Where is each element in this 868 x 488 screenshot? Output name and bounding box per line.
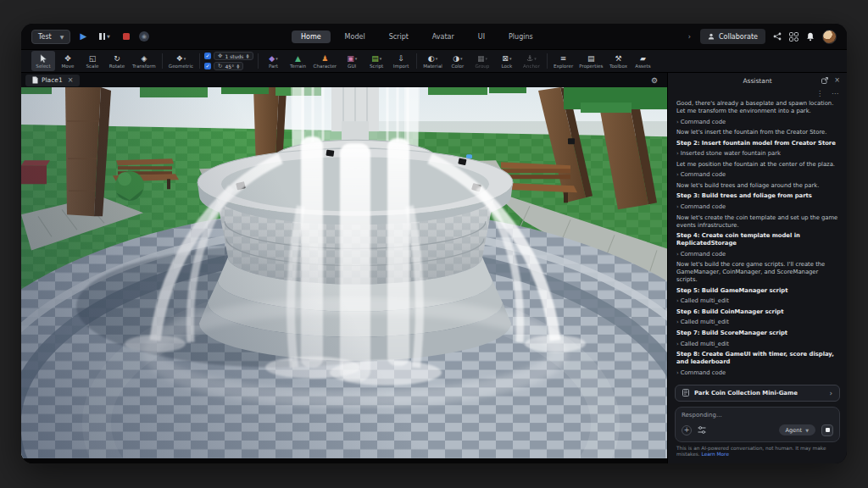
artifact-card-mini-game[interactable]: Park Coin Collection Mini-Game › [675, 385, 840, 402]
chevron-down-icon: ▾ [460, 56, 463, 61]
playback-extra-button[interactable]: ◉ [139, 31, 149, 42]
view-tools-group: ≡ ▾ Explorer ▤ ▾ Properties ⚒ [548, 50, 659, 72]
ribbon-tool[interactable]: ◆ ▾ Part [262, 51, 286, 71]
expand-chevron-icon[interactable]: › [676, 341, 679, 347]
assistant-message: ›Called multi_edit [676, 297, 838, 305]
rotate-snap-field[interactable]: ↻ 45° ▲▼ [214, 62, 243, 70]
ribbon-tab[interactable]: Avatar [423, 30, 464, 43]
top-bar: Test ▼ ▶ ▼ ◉ Home Model Script Avatar UI… [21, 24, 847, 49]
move-snap-checkbox[interactable]: ✓ [204, 53, 211, 59]
tab-overflow-chevron-icon[interactable]: › [685, 33, 694, 41]
pause-icon [99, 33, 105, 40]
assistant-message: ›Step 6: Build CoinManager script [676, 308, 838, 316]
play-button[interactable]: ▶ [76, 30, 90, 43]
expand-chevron-icon[interactable]: › [676, 171, 679, 178]
close-icon[interactable]: × [68, 76, 74, 84]
expand-chevron-icon[interactable]: › [676, 319, 679, 325]
ribbon-tool[interactable]: ▣ ▾ GUI [340, 51, 364, 71]
expand-chevron-icon[interactable]: › [676, 203, 679, 210]
notifications-button[interactable] [806, 32, 815, 42]
import-icon: ⇩ [398, 54, 404, 63]
move-icon: ✥ [218, 53, 222, 59]
test-mode-label: Test [38, 33, 52, 41]
ribbon-tool[interactable]: ⊠ ▾ Lock [495, 51, 519, 71]
kebab-menu-icon[interactable]: ⋮ [816, 90, 823, 97]
user-avatar[interactable] [822, 30, 837, 44]
lock-icon: ⊠ [502, 54, 509, 63]
document-tab-label: Place1 [42, 76, 63, 84]
assistant-message: ›Now let's create the coin template and … [676, 214, 838, 230]
ribbon-tab[interactable]: Home [292, 30, 331, 43]
move-snap-field[interactable]: ✥ 1 studs ▲▼ [214, 52, 253, 60]
test-mode-dropdown[interactable]: Test ▼ [31, 30, 70, 44]
agent-mode-dropdown[interactable]: Agent ▼ [779, 424, 815, 435]
stepper-arrows-icon[interactable]: ▲▼ [236, 64, 239, 69]
expand-chevron-icon[interactable]: › [676, 251, 679, 258]
chevron-down-icon: ▾ [275, 56, 278, 61]
expand-chevron-icon[interactable]: › [676, 369, 679, 376]
ribbon-tool[interactable]: ◈ ▾ Transform [130, 51, 159, 71]
attach-plus-button[interactable]: + [682, 425, 692, 435]
assistant-message: ›Step 2: Insert fountain model from Crea… [676, 140, 838, 147]
ribbon-tool[interactable]: ▤ ▾ Properties [576, 51, 605, 71]
chevron-down-icon: ▾ [355, 56, 358, 61]
share-button[interactable] [773, 32, 782, 41]
more-options-icon[interactable]: ⋯ [832, 90, 838, 97]
expand-chevron-icon[interactable]: › [676, 119, 679, 125]
rotate-snap-checkbox[interactable]: ✓ [204, 63, 211, 69]
pop-out-icon[interactable] [821, 77, 828, 84]
geometric-tool-group: ❖ ▾ Geometric [163, 50, 199, 72]
collaborate-button[interactable]: Collaborate [700, 29, 765, 44]
expand-chevron-icon[interactable]: › [676, 150, 679, 157]
assistant-toggle-button[interactable] [789, 32, 798, 42]
assistant-message: ›Now let's insert the fountain from the … [676, 129, 838, 136]
ribbon-tool[interactable]: ✥ ▾ Move [56, 51, 80, 71]
ribbon-tool[interactable]: ❖ ▾ Geometric [166, 51, 196, 71]
stop-button[interactable] [120, 30, 133, 43]
ribbon-tab-bar: Home Model Script Avatar UI Plugins [155, 30, 679, 43]
stepper-arrows-icon[interactable]: ▲▼ [246, 53, 248, 58]
ribbon-tool[interactable]: ⚓ ▾ Anchor [520, 51, 543, 71]
close-icon[interactable]: × [834, 77, 840, 84]
ribbon-tool[interactable]: ♟ ▾ Character [311, 51, 340, 71]
scene-graphic [21, 87, 667, 458]
transform-tools-group: ▾ Select ✥ ▾ Move ◱ ▾ [28, 50, 162, 72]
rotate-icon: ↻ [114, 54, 120, 63]
collaborate-label: Collaborate [719, 33, 758, 41]
pause-button[interactable]: ▼ [96, 30, 114, 43]
ribbon-tool[interactable]: ▰ ▾ Assets [631, 51, 654, 71]
chevron-down-icon: ▾ [380, 56, 382, 61]
select-cursor-icon [40, 54, 47, 63]
ribbon-tool[interactable]: ◑ ▾ Color [446, 51, 470, 71]
ribbon-tool[interactable]: ▾ Select [31, 51, 55, 71]
expand-chevron-icon[interactable]: › [676, 297, 679, 304]
ribbon-tab[interactable]: Model [336, 30, 375, 43]
ribbon-tab[interactable]: Script [380, 30, 418, 43]
learn-more-link[interactable]: Learn More [702, 452, 729, 457]
stop-square-icon [826, 428, 830, 432]
chevron-down-icon: ▼ [60, 34, 64, 40]
stop-generating-button[interactable] [821, 424, 833, 436]
viewport-3d-scene[interactable] [21, 87, 667, 458]
assistant-composer[interactable]: Responding... + Agent ▼ [675, 407, 840, 442]
ribbon-tool[interactable]: ▲ ▾ Terrain [287, 51, 310, 71]
shadow-overlay [21, 87, 667, 458]
ribbon-tab[interactable]: UI [469, 30, 494, 43]
assistant-message: ›Command code [676, 369, 838, 377]
ribbon-tool[interactable]: ◐ ▾ Material [420, 51, 445, 71]
viewport-settings-gear-icon[interactable]: ⚙ [651, 76, 663, 85]
terrain-icon: ▲ [295, 54, 301, 63]
ribbon-tool[interactable]: ◱ ▾ Scale [81, 51, 104, 71]
ribbon-tool[interactable]: ⇩ ▾ Import [389, 51, 413, 71]
ribbon-tool[interactable]: ≡ ▾ Explorer [551, 51, 576, 71]
ribbon-tool[interactable]: ↻ ▾ Rotate [105, 51, 129, 71]
document-tab-strip: Place1 × ⚙ [21, 73, 667, 87]
ribbon-tool[interactable]: ⚒ ▾ Toolbox [606, 51, 630, 71]
scale-icon: ◱ [89, 54, 97, 63]
ribbon-tool[interactable]: ▦ ▾ Group [470, 51, 494, 71]
ribbon-tool[interactable]: ▤ ▾ Script [364, 51, 388, 71]
tune-sliders-icon[interactable] [698, 426, 706, 434]
ribbon-tab[interactable]: Plugins [499, 30, 542, 43]
document-tab-place1[interactable]: Place1 × [25, 75, 80, 86]
chevron-down-icon: ▼ [107, 34, 110, 39]
